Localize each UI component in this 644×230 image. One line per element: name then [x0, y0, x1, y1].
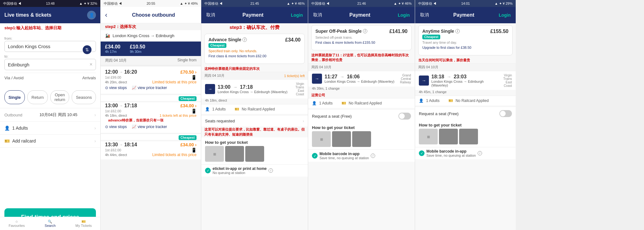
person-icon: 👤 [4, 126, 10, 131]
ticket-type-open-return[interactable]: Open return [50, 90, 69, 104]
person-icon-4: 👤 [312, 101, 317, 105]
view-price-tracker-1200[interactable]: 📈 view price tracker [132, 86, 167, 90]
ticket-qr-row-4: ▦ [308, 131, 415, 149]
train-time-1200: 12:00 → 16:20 £70.50 › [105, 69, 197, 75]
card-icon-5: 🎫 [448, 98, 453, 103]
carrier-3: 中国移动 ◀ [204, 1, 223, 6]
p1-bottom-nav: ☆ Favourites 🔍 Search 🎫 My Tickets [0, 217, 100, 230]
mobile-info-4: Mobile barcode in-app Save time, no queu… [319, 152, 369, 160]
seats-toggle-4[interactable] [398, 113, 411, 120]
info-icon-4[interactable]: i [363, 29, 367, 33]
person-icon-3: 👤 [205, 107, 210, 111]
pay-header-5: 取消 Payment Login [415, 7, 516, 23]
p2-header: ‹ Choose outbound [101, 7, 201, 23]
ticket-phone-img-4a [332, 131, 351, 147]
to-field[interactable]: Edinburgh × [4, 59, 96, 70]
login-button-4[interactable]: Login [398, 13, 410, 18]
time-5: 14:01 [461, 2, 470, 5]
seats-row-4[interactable]: Request a seat (Free) [308, 109, 415, 123]
price-1300: £34.00 › [180, 103, 197, 108]
how-to-get-label-4: How to get your ticket [308, 123, 415, 131]
view-stops-1300[interactable]: ⊙ view stops [105, 125, 127, 129]
seats-row-5[interactable]: Request a seat (Free) [415, 107, 516, 120]
arrivals-label: Arrivals [82, 76, 96, 80]
arrive-1330: 18:14 [124, 142, 137, 148]
ticket-phone-img-5b [459, 129, 478, 144]
p1-via-row[interactable]: Via / Avoid Arrivals [4, 73, 96, 83]
swap-button[interactable]: ⇅ [83, 45, 92, 54]
depart-time-5: 18:18 [431, 74, 444, 80]
arrive-1200: 16:20 [124, 69, 137, 75]
ticket-qr-row-3: ▦ [201, 146, 308, 164]
view-stops-1200[interactable]: ⊙ view stops [105, 86, 127, 90]
p1-adults-row[interactable]: 👤 1 Adults › [0, 122, 100, 135]
nav-favourites[interactable]: ☆ Favourites [0, 217, 33, 230]
info-mobile-5[interactable]: i [478, 151, 482, 155]
pay-header-3: 取消 Payment Login [201, 7, 308, 23]
ticket-duration-2: 9h 30m [130, 50, 145, 53]
ticket-price-5: £155.50 [490, 29, 508, 34]
p2-train-list[interactable]: 12:00 → 16:20 £70.50 › 1st £99.00 📱 4h 2… [101, 65, 201, 230]
login-button-5[interactable]: Login [499, 13, 511, 18]
nav-search[interactable]: 🔍 Search [33, 217, 67, 230]
ticket-icon: 🎫 [81, 220, 86, 224]
arrow-3: → [233, 85, 237, 90]
pay-header-4: 取消 Payment Login [308, 7, 415, 23]
view-price-tracker-1300[interactable]: 📈 view price tracker [132, 125, 167, 129]
ticket-type-return[interactable]: Return [27, 90, 48, 104]
depart-station-5: London Kings Cross [431, 80, 463, 83]
train-info-4: 11:27 → 16:06 London Kings Cross → Edinb… [325, 74, 394, 83]
mobile-label-4: Mobile barcode in-app [319, 152, 369, 156]
date-section-5: 周四 04 10月 [415, 63, 516, 71]
train-info-5: 18:18 → 23:03 London Kings Cross → Edinb… [431, 74, 501, 87]
railcard-icon: 🎫 [4, 138, 10, 143]
nav-my-tickets[interactable]: 🎫 My Tickets [67, 217, 100, 230]
train-icon: 🚂 [105, 33, 110, 38]
first-class-1300: 1st £62.00 [105, 109, 121, 113]
nav-label-tickets: My Tickets [75, 224, 92, 227]
p1-fields-wrap: from: London Kings Cross to: Edinburgh ×… [4, 36, 96, 70]
from-field[interactable]: London Kings Cross [4, 41, 96, 52]
info-icon-5[interactable]: i [455, 29, 460, 33]
panel-payment-offpeak: 中国移动 ◀ 21:46 ▲ ✦ ¥ 46% 取消 Payment Login … [308, 0, 415, 230]
ticket-type-single[interactable]: Single [4, 90, 25, 104]
train-row-1330[interactable]: 13:30 → 18:14 £34.00 › 1st £62.00 📱 4h 4… [101, 141, 201, 160]
card-icon-3: 🎫 [235, 107, 239, 111]
nav-label-search: Search [45, 224, 56, 227]
time-1: 13:48 [46, 2, 55, 5]
info-mobile-4[interactable]: i [371, 154, 375, 158]
cancel-button-4[interactable]: 取消 [313, 12, 322, 18]
seats-toggle-5[interactable] [499, 110, 512, 117]
info-icon-3[interactable]: i [242, 37, 247, 42]
cancel-button-3[interactable]: 取消 [206, 12, 215, 18]
seats-row-3[interactable]: Seats requested › [201, 115, 308, 126]
back-button[interactable]: ‹ [105, 11, 107, 19]
status-bar-5: 中国移动 ◀ 14:01 ▲ ✦ ¥ 29% [415, 0, 516, 7]
ticket-price-4: £141.90 [389, 29, 408, 34]
arrow-icon: → [119, 70, 123, 74]
p1-railcard-row[interactable]: 🎫 Add railcard › [0, 135, 100, 148]
ticket-type-seasons[interactable]: Seasons [72, 90, 96, 104]
qr-img-4: ▦ [312, 131, 331, 147]
clear-icon[interactable]: × [90, 62, 92, 67]
seats-label-3: Seats requested [205, 119, 235, 123]
train-icon-3: → [205, 84, 215, 94]
train-row-1300[interactable]: 13:00 → 17:18 £34.00 › 1st £62.00 📱 4h 1… [101, 102, 201, 133]
train-stations-5: London Kings Cross → Edinburgh (Waverley… [431, 80, 501, 87]
train-operator-3: Virgin Trains East Coast [290, 82, 304, 96]
train-operator-4: Grand Central Railway [397, 74, 411, 84]
to-value: Edinburgh [8, 62, 29, 67]
p2-route-bar: 🚂 London Kings Cross → Edinburgh [101, 30, 201, 42]
eticket-sub-3: No queuing at station [213, 171, 267, 175]
ticket-desc-4: Selected off-peak trains. [315, 36, 408, 39]
ticket-card-anytime: Anytime Single i Cheapest £155.50 Travel… [418, 25, 513, 55]
p1-ticket-types: Single Return Open return Seasons [0, 87, 100, 108]
p1-outbound-row[interactable]: Outbound 10月04日 周四 10:45 › [0, 108, 100, 122]
cheapest-badge-1300: Cheapest [179, 96, 197, 101]
carrier-5: 中国移动 ◀ [418, 1, 436, 6]
login-button-3[interactable]: Login [291, 13, 303, 18]
toggle-knob-4 [399, 113, 405, 119]
cancel-button-5[interactable]: 取消 [420, 12, 429, 18]
info-eticket-3[interactable]: i [269, 168, 273, 173]
train-row-1200[interactable]: 12:00 → 16:20 £70.50 › 1st £99.00 📱 4h 2… [101, 67, 201, 94]
